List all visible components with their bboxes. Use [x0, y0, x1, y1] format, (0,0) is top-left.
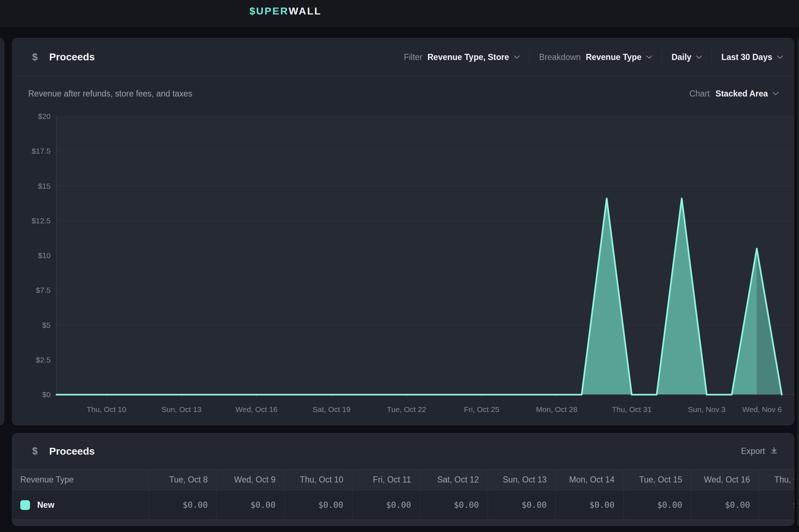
table-header-cell: Mon, Oct 14	[555, 469, 623, 490]
chevron-down-icon	[646, 55, 652, 59]
table-value-cell: $0.00	[149, 490, 217, 519]
table-value-cell: $0.00	[488, 490, 556, 519]
table-scrollbar-track[interactable]	[12, 520, 794, 525]
granularity-value: Daily	[671, 52, 691, 62]
filter-value: Revenue Type, Store	[427, 52, 509, 62]
filter-label: Filter	[404, 52, 422, 62]
superwall-logo[interactable]: $UPERWALL	[249, 0, 322, 22]
offscreen-panel-header	[0, 38, 4, 76]
divider	[712, 49, 712, 65]
logo-text-primary: $UPER	[249, 5, 289, 17]
table-value-cell: $0.00	[217, 490, 285, 519]
page-title: Proceeds	[49, 51, 95, 63]
proceeds-table-panel: $ Proceeds Export Revenue TypeTue, Oct 8…	[12, 433, 794, 526]
breakdown-label: Breakdown	[539, 52, 581, 62]
table-header-row: Revenue TypeTue, Oct 8Wed, Oct 9Thu, Oct…	[12, 469, 794, 490]
granularity-dropdown[interactable]: Daily	[671, 52, 702, 62]
svg-text:Thu, Oct 31: Thu, Oct 31	[612, 405, 651, 413]
table-title: Proceeds	[49, 446, 95, 457]
svg-text:Sat, Oct 19: Sat, Oct 19	[313, 405, 351, 413]
right-edge-strip	[797, 38, 799, 526]
divider	[662, 49, 662, 65]
svg-text:Thu, Oct 10: Thu, Oct 10	[87, 405, 127, 413]
dollar-icon: $	[32, 446, 38, 457]
svg-text:$5: $5	[42, 321, 51, 329]
svg-text:$7.5: $7.5	[36, 286, 51, 294]
svg-text:$12.5: $12.5	[31, 216, 51, 225]
table-header-cell: Sun, Oct 13	[488, 469, 556, 490]
table-value-cell: $0.00	[759, 490, 795, 519]
table-header-cell: Wed, Oct 16	[691, 469, 759, 490]
divider	[529, 49, 530, 65]
download-icon	[770, 446, 778, 456]
chevron-down-icon	[777, 55, 783, 59]
svg-text:Fri, Oct 25: Fri, Oct 25	[464, 405, 499, 413]
table-header-cell: Thu, Oct 17	[759, 469, 795, 490]
table-header-cell: Fri, Oct 11	[352, 469, 420, 490]
table-value-cell: $0.00	[555, 490, 623, 519]
table-row[interactable]: New$0.00$0.00$0.00$0.00$0.00$0.00$0.00$0…	[12, 490, 794, 520]
export-label: Export	[741, 446, 765, 456]
offscreen-panel-edge	[0, 38, 4, 425]
row-label-cell: New	[12, 490, 149, 519]
svg-text:$17.5: $17.5	[31, 147, 51, 155]
table-header-cell: Tue, Oct 8	[149, 469, 217, 490]
svg-text:Tue, Oct 22: Tue, Oct 22	[387, 405, 426, 413]
logo-text-secondary: WALL	[289, 5, 321, 17]
svg-text:Wed, Nov 6: Wed, Nov 6	[742, 405, 782, 413]
table-value-cell: $0.00	[623, 490, 691, 519]
chart-type-label: Chart	[689, 89, 710, 99]
chevron-down-icon	[514, 55, 520, 59]
chevron-down-icon	[696, 55, 702, 59]
svg-text:$0: $0	[42, 390, 51, 399]
filter-dropdown[interactable]: Filter Revenue Type, Store	[404, 52, 520, 62]
chart-controls: Filter Revenue Type, Store Breakdown Rev…	[404, 49, 783, 65]
chart-subtitle-row: Revenue after refunds, store fees, and t…	[12, 76, 794, 111]
table-header-cell: Sat, Oct 12	[420, 469, 488, 490]
svg-text:Wed, Oct 16: Wed, Oct 16	[235, 405, 277, 413]
chart-type-dropdown[interactable]: Chart Stacked Area	[689, 89, 779, 99]
svg-text:Mon, Oct 28: Mon, Oct 28	[536, 405, 577, 413]
table-header-revenue-type: Revenue Type	[12, 469, 149, 490]
table-value-cell: $0.00	[691, 490, 759, 519]
table-value-cell: $0.00	[352, 490, 420, 519]
chart-subtitle: Revenue after refunds, store fees, and t…	[28, 89, 192, 99]
stacked-area-chart[interactable]: $0$2.5$5$7.5$10$12.5$15$17.5$20Thu, Oct …	[12, 111, 794, 425]
svg-text:$2.5: $2.5	[36, 356, 51, 364]
breakdown-dropdown[interactable]: Breakdown Revenue Type	[539, 52, 652, 62]
breakdown-value: Revenue Type	[586, 52, 641, 62]
svg-text:$15: $15	[38, 182, 51, 190]
table-value-cell: $0.00	[420, 490, 488, 519]
date-range-dropdown[interactable]: Last 30 Days	[721, 52, 783, 62]
table-header-cell: Thu, Oct 10	[284, 469, 352, 490]
dollar-icon: $	[32, 52, 38, 63]
export-button[interactable]: Export	[741, 446, 778, 456]
series-color-swatch	[20, 500, 30, 510]
series-label: New	[37, 500, 54, 510]
table-panel-header: $ Proceeds Export	[12, 433, 794, 469]
svg-text:$10: $10	[38, 251, 51, 259]
svg-text:$20: $20	[38, 112, 51, 120]
svg-text:Sun, Nov 3: Sun, Nov 3	[688, 405, 726, 413]
chart-panel-header: $ Proceeds Filter Revenue Type, Store Br…	[12, 38, 794, 76]
table-header-cell: Wed, Oct 9	[217, 469, 285, 490]
table-value-cell: $0.00	[284, 490, 352, 519]
date-range-value: Last 30 Days	[721, 52, 772, 62]
table-body: New$0.00$0.00$0.00$0.00$0.00$0.00$0.00$0…	[12, 490, 794, 520]
top-navbar: $UPERWALL	[0, 0, 799, 27]
table-header-cell: Tue, Oct 15	[623, 469, 691, 490]
proceeds-chart-panel: $ Proceeds Filter Revenue Type, Store Br…	[12, 38, 794, 425]
chart-type-value: Stacked Area	[715, 89, 768, 99]
chevron-down-icon	[773, 92, 779, 95]
svg-text:Sun, Oct 13: Sun, Oct 13	[161, 405, 201, 413]
